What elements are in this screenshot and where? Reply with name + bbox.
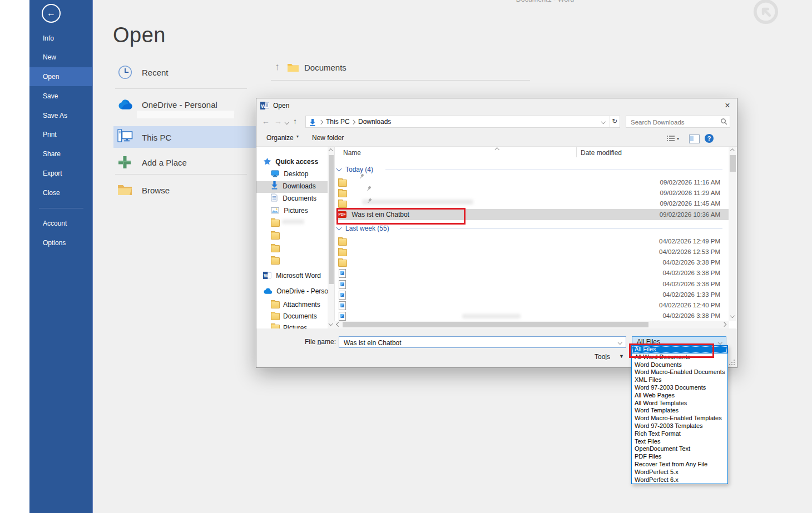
folder-icon xyxy=(338,201,347,208)
nav-folder[interactable] xyxy=(271,217,283,228)
file-name-input[interactable] xyxy=(343,337,612,348)
help-icon[interactable]: ? xyxy=(705,134,714,143)
address-bar[interactable]: This PC Downloads ↻ xyxy=(305,116,620,128)
backstage-sidebar: ← Info New Open Save Save As Print Share… xyxy=(29,0,93,513)
folder-icon xyxy=(338,180,347,187)
column-header-name[interactable]: Name xyxy=(343,149,361,157)
place-onedrive[interactable]: OneDrive - Personal xyxy=(142,100,217,109)
search-box[interactable] xyxy=(626,116,730,128)
file-row[interactable]: 04/02/2026 3:38 PM xyxy=(336,268,729,278)
place-recent[interactable]: Recent xyxy=(142,68,169,77)
nav-desktop[interactable]: Desktop xyxy=(271,168,315,180)
sidebar-item-options[interactable]: Options xyxy=(29,233,92,252)
sidebar-item-save-as[interactable]: Save As xyxy=(29,106,92,125)
sidebar-item-share[interactable]: Share xyxy=(29,145,92,163)
nav-downloads[interactable]: Downloads xyxy=(271,181,323,192)
nav-documents[interactable]: Documents xyxy=(271,193,323,204)
dropdown-option[interactable]: Recover Text from Any File xyxy=(632,461,727,469)
file-row[interactable]: 04/02/2026 12:40 PM xyxy=(336,300,729,311)
path-segment-this-pc[interactable]: This PC xyxy=(326,118,350,126)
sidebar-item-account[interactable]: Account xyxy=(29,214,92,233)
dropdown-option[interactable]: PDF Files xyxy=(632,453,727,461)
list-scrollbar-vertical[interactable] xyxy=(729,147,736,321)
nav-up-icon[interactable]: ↑ xyxy=(293,117,297,126)
dropdown-option[interactable]: Word Macro-Enabled Templates xyxy=(632,415,727,422)
dropdown-option[interactable]: All Web Pages xyxy=(632,392,727,400)
dropdown-option[interactable]: WordPerfect 6.x xyxy=(632,476,727,484)
recent-locations-chevron-icon[interactable] xyxy=(285,120,289,124)
refresh-icon[interactable]: ↻ xyxy=(612,117,617,125)
file-row[interactable]: 04/02/2026 3:38 PM xyxy=(336,257,729,268)
column-divider[interactable] xyxy=(576,147,577,157)
column-header-date[interactable]: Date modified xyxy=(581,149,622,157)
nav-forward-icon[interactable]: → xyxy=(274,117,282,126)
dropdown-option[interactable]: Word 97-2003 Templates xyxy=(632,422,727,430)
file-row[interactable]: 04/02/2026 12:53 PM xyxy=(336,247,729,257)
dropdown-option[interactable]: Word Documents xyxy=(632,361,727,369)
nav-onedrive[interactable]: OneDrive - Person xyxy=(263,286,329,297)
file-date: 09/02/2026 11:16 AM xyxy=(615,177,720,188)
file-name-field[interactable] xyxy=(339,336,626,348)
dropdown-option[interactable]: Rich Text Format xyxy=(632,430,727,438)
new-folder-button[interactable]: New folder xyxy=(312,134,344,142)
file-row[interactable]: 04/02/2026 3:38 PM xyxy=(336,279,729,290)
file-row[interactable]: 04/02/2026 12:49 PM xyxy=(336,236,729,247)
view-list-icon[interactable] xyxy=(667,135,675,142)
place-selected-highlight xyxy=(113,126,256,148)
dropdown-option[interactable]: OpenDocument Text xyxy=(632,445,727,453)
path-segment-downloads[interactable]: Downloads xyxy=(358,118,391,126)
back-button[interactable]: ← xyxy=(42,4,61,23)
nav-quick-access[interactable]: Quick access xyxy=(263,156,318,167)
nav-microsoft-word[interactable]: W Microsoft Word xyxy=(263,270,321,281)
nav-scrollbar-thumb[interactable] xyxy=(329,155,334,284)
preview-pane-icon[interactable] xyxy=(689,135,700,143)
dropdown-option[interactable]: All Word Templates xyxy=(632,400,727,407)
organize-button[interactable]: Organize xyxy=(266,134,294,142)
sidebar-item-print[interactable]: Print xyxy=(29,125,92,144)
h-scrollbar-thumb[interactable] xyxy=(343,322,648,327)
sidebar-item-open[interactable]: Open xyxy=(29,67,92,86)
group-header-today[interactable]: Today (4) xyxy=(345,166,373,173)
nav-pictures[interactable]: Pictures xyxy=(271,205,315,216)
place-add-a-place[interactable]: Add a Place xyxy=(142,158,187,167)
close-icon[interactable]: × xyxy=(718,98,737,113)
tools-button[interactable]: Tools xyxy=(595,353,610,361)
dropdown-option[interactable]: Word Macro-Enabled Documents xyxy=(632,368,727,376)
file-row[interactable]: 09/02/2026 11:16 AM xyxy=(336,177,729,188)
file-date: 09/02/2026 11:45 AM xyxy=(615,198,720,209)
group-header-last-week[interactable]: Last week (55) xyxy=(345,225,389,232)
view-chevron-icon[interactable]: ▾ xyxy=(677,136,679,141)
file-name-chevron-icon[interactable] xyxy=(617,340,622,345)
place-this-pc[interactable]: This PC xyxy=(142,133,171,142)
nav-pictures-onedrive[interactable]: Pictures xyxy=(271,322,307,328)
nav-folder[interactable] xyxy=(271,255,283,266)
dropdown-option[interactable]: WordPerfect 5.x xyxy=(632,469,727,476)
annotation-box-selected-file xyxy=(336,208,466,225)
file-date: 04/02/2026 12:53 PM xyxy=(615,247,720,257)
nav-back-icon[interactable]: ← xyxy=(262,117,270,126)
file-row[interactable]: 04/02/2026 1:33 PM xyxy=(336,290,729,300)
sidebar-item-new[interactable]: New xyxy=(29,48,92,67)
dropdown-option[interactable]: Word Templates xyxy=(632,407,727,415)
search-input[interactable] xyxy=(630,117,715,128)
resize-grip[interactable] xyxy=(729,360,735,365)
file-row[interactable]: 09/02/2026 11:29 AM xyxy=(336,188,729,198)
nav-attachments[interactable]: Attachments xyxy=(271,299,320,310)
sidebar-item-info[interactable]: Info xyxy=(29,29,92,48)
up-one-level-icon[interactable]: ↑ xyxy=(275,61,280,73)
nav-folder[interactable] xyxy=(271,230,283,241)
dropdown-option[interactable]: Text Files xyxy=(632,438,727,446)
file-row[interactable]: 04/02/2026 3:38 PM xyxy=(336,311,729,321)
nav-documents-onedrive[interactable]: Documents xyxy=(271,311,317,322)
address-dropdown-chevron-icon[interactable] xyxy=(601,119,606,124)
list-scrollbar-thumb[interactable] xyxy=(730,155,736,172)
dropdown-option[interactable]: XML Files xyxy=(632,376,727,384)
sidebar-item-export[interactable]: Export xyxy=(29,164,92,183)
dropdown-option[interactable]: Word 97-2003 Documents xyxy=(632,384,727,392)
tools-chevron-icon[interactable]: ▼ xyxy=(619,353,624,359)
place-browse[interactable]: Browse xyxy=(142,186,170,195)
breadcrumb[interactable]: Documents xyxy=(304,63,346,72)
sidebar-item-close[interactable]: Close xyxy=(29,183,92,202)
sidebar-item-save[interactable]: Save xyxy=(29,87,92,106)
nav-folder[interactable] xyxy=(271,243,283,254)
